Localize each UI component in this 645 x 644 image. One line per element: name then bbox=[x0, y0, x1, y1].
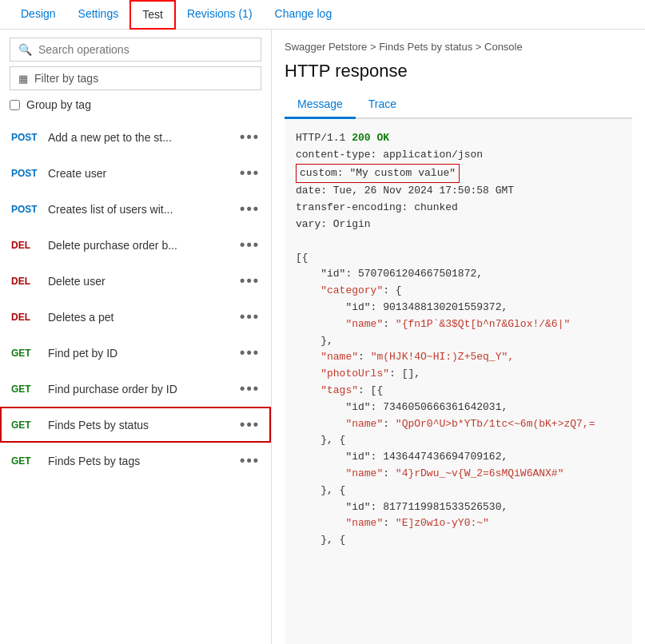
op-name: Add a new pet to the st... bbox=[48, 131, 232, 144]
response-line: }, { bbox=[296, 532, 621, 549]
tab-changelog[interactable]: Change log bbox=[264, 0, 344, 30]
op-dots-button[interactable]: ••• bbox=[240, 416, 260, 433]
list-item[interactable]: DELDelete user••• bbox=[0, 263, 271, 299]
response-line: "photoUrls": [], bbox=[296, 366, 621, 383]
response-line: "id": 9013488130201559372, bbox=[296, 300, 621, 316]
group-by-label: Group by tag bbox=[26, 98, 91, 111]
op-name: Delete purchase order b... bbox=[48, 239, 232, 252]
response-line: "id": 1436447436694709162, bbox=[296, 449, 621, 466]
op-dots-button[interactable]: ••• bbox=[240, 344, 260, 361]
op-dots-button[interactable]: ••• bbox=[240, 165, 260, 181]
panel-title: HTTP response bbox=[285, 61, 632, 81]
op-name: Creates list of users wit... bbox=[48, 203, 232, 216]
op-method: GET bbox=[11, 419, 40, 431]
response-line: vary: Origin bbox=[296, 217, 621, 233]
list-item[interactable]: DELDelete purchase order b...••• bbox=[0, 227, 271, 263]
response-line: HTTP/1.1 200 OK bbox=[296, 130, 621, 147]
response-line: content-type: application/json bbox=[296, 147, 621, 164]
list-item[interactable]: POSTAdd a new pet to the st...••• bbox=[0, 119, 271, 155]
op-dots-button[interactable]: ••• bbox=[240, 201, 260, 217]
response-line bbox=[296, 233, 621, 250]
op-method: GET bbox=[11, 384, 40, 395]
response-body: HTTP/1.1 200 OKcontent-type: application… bbox=[285, 119, 632, 644]
list-item[interactable]: GETFind purchase order by ID••• bbox=[0, 371, 271, 407]
response-line: "tags": [{ bbox=[296, 383, 621, 400]
response-line: "name": "4}rDwu_~v{W_2=6sMQiW6ANX#" bbox=[296, 466, 621, 483]
list-item[interactable]: DELDeletes a pet••• bbox=[0, 299, 271, 335]
main-layout: 🔍 ▦ Filter by tags Group by tag POSTAdd … bbox=[0, 30, 645, 644]
response-tabs: Message Trace bbox=[285, 93, 632, 119]
group-by-tag[interactable]: Group by tag bbox=[10, 98, 261, 111]
group-by-checkbox[interactable] bbox=[10, 100, 20, 110]
response-line: "id": 8177119981533526530, bbox=[296, 499, 621, 516]
tab-test[interactable]: Test bbox=[129, 0, 176, 30]
response-line: date: Tue, 26 Nov 2024 17:50:58 GMT bbox=[296, 183, 621, 200]
list-item[interactable]: GETFinds Pets by status••• bbox=[0, 407, 271, 443]
right-panel: Swagger Petstore > Finds Pets by status … bbox=[272, 30, 645, 644]
op-name: Finds Pets by status bbox=[48, 419, 232, 431]
tab-settings[interactable]: Settings bbox=[67, 0, 130, 30]
op-name: Find purchase order by ID bbox=[48, 383, 232, 396]
response-line: "name": "QpOr0^U>b*YTb/1tc<~6m(bK+>zQ7,= bbox=[296, 416, 621, 433]
op-dots-button[interactable]: ••• bbox=[240, 129, 260, 145]
response-line: }, bbox=[296, 333, 621, 350]
search-input[interactable] bbox=[38, 43, 253, 56]
op-name: Finds Pets by tags bbox=[48, 455, 232, 467]
tab-message[interactable]: Message bbox=[285, 93, 356, 119]
op-method: POST bbox=[11, 132, 40, 143]
tab-trace[interactable]: Trace bbox=[356, 93, 409, 119]
filter-icon: ▦ bbox=[18, 73, 28, 85]
top-nav: Design Settings Test Revisions (1) Chang… bbox=[0, 0, 645, 30]
response-line: "name": "E]z0w1o-yY0:~" bbox=[296, 515, 621, 532]
op-method: DEL bbox=[11, 312, 40, 323]
op-name: Create user bbox=[48, 167, 232, 180]
response-line: [{ bbox=[296, 250, 621, 267]
response-line: custom: "My custom value" bbox=[296, 164, 621, 184]
op-name: Deletes a pet bbox=[48, 311, 232, 324]
op-method: GET bbox=[11, 348, 40, 359]
response-line: }, { bbox=[296, 483, 621, 499]
op-dots-button[interactable]: ••• bbox=[240, 272, 260, 289]
breadcrumb: Swagger Petstore > Finds Pets by status … bbox=[285, 41, 632, 53]
op-method: DEL bbox=[11, 240, 40, 251]
op-method: DEL bbox=[11, 276, 40, 287]
list-item[interactable]: GETFinds Pets by tags••• bbox=[0, 443, 271, 479]
response-line: }, { bbox=[296, 432, 621, 449]
left-panel: 🔍 ▦ Filter by tags Group by tag POSTAdd … bbox=[0, 30, 272, 644]
tab-design[interactable]: Design bbox=[10, 0, 67, 30]
response-line: "name": "{fn1P`&3$Qt[b^n7&Glox!/&6|" bbox=[296, 316, 621, 333]
op-method: GET bbox=[11, 455, 40, 467]
op-method: POST bbox=[11, 204, 40, 215]
op-dots-button[interactable]: ••• bbox=[240, 237, 260, 253]
op-dots-button[interactable]: ••• bbox=[240, 380, 260, 397]
search-icon: 🔍 bbox=[18, 43, 32, 56]
op-name: Find pet by ID bbox=[48, 347, 232, 360]
ops-list: POSTAdd a new pet to the st...•••POSTCre… bbox=[0, 119, 271, 644]
tab-revisions[interactable]: Revisions (1) bbox=[176, 0, 264, 30]
list-item[interactable]: GETFind pet by ID••• bbox=[0, 335, 271, 371]
op-dots-button[interactable]: ••• bbox=[240, 452, 260, 469]
filter-label: Filter by tags bbox=[34, 72, 98, 85]
op-dots-button[interactable]: ••• bbox=[240, 308, 260, 325]
filter-box[interactable]: ▦ Filter by tags bbox=[10, 66, 261, 90]
response-line: transfer-encoding: chunked bbox=[296, 200, 621, 217]
response-line: "id": 5707061204667501872, bbox=[296, 266, 621, 283]
response-line: "name": "m(HJK!4O~HI:)Z+5eq_Y", bbox=[296, 349, 621, 366]
list-item[interactable]: POSTCreate user••• bbox=[0, 155, 271, 191]
op-method: POST bbox=[11, 168, 40, 179]
response-line: "category": { bbox=[296, 283, 621, 300]
op-name: Delete user bbox=[48, 275, 232, 288]
response-line: "id": 7346050666361642031, bbox=[296, 400, 621, 416]
search-box[interactable]: 🔍 bbox=[10, 38, 261, 62]
list-item[interactable]: POSTCreates list of users wit...••• bbox=[0, 191, 271, 227]
